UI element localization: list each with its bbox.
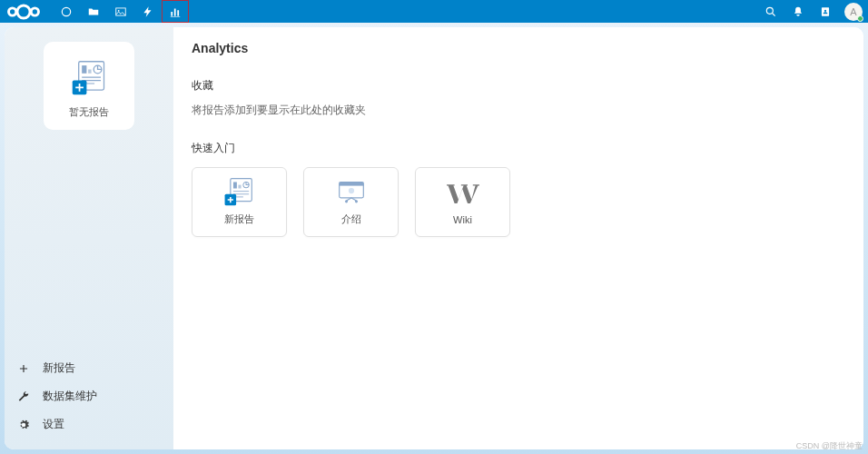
- content-wrapper: 暂无报告 新报告 数据集维护 设置 Analytics 收: [5, 27, 863, 449]
- card-new-report[interactable]: 新报告: [192, 167, 287, 237]
- sidebar-item-label: 新报告: [43, 360, 75, 376]
- sidebar-item-label: 数据集维护: [43, 389, 97, 404]
- report-icon: [71, 60, 107, 98]
- svg-rect-15: [88, 69, 91, 73]
- quickstart-cards: 新报告 介绍: [192, 167, 845, 237]
- gear-icon: [17, 419, 30, 431]
- main-container: 暂无报告 新报告 数据集维护 设置 Analytics 收: [0, 23, 868, 454]
- svg-point-0: [17, 5, 30, 17]
- svg-point-10: [766, 7, 773, 14]
- analytics-icon[interactable]: [162, 0, 189, 23]
- search-icon[interactable]: [759, 0, 783, 23]
- sidebar-top: 暂无报告: [8, 31, 170, 350]
- status-online-icon: [857, 15, 863, 22]
- svg-point-21: [22, 423, 25, 427]
- sidebar-bottom: 新报告 数据集维护 设置: [8, 350, 170, 446]
- sidebar-item-settings[interactable]: 设置: [8, 410, 170, 439]
- photos-icon[interactable]: [107, 0, 134, 23]
- contacts-icon[interactable]: [814, 0, 837, 23]
- no-report-card[interactable]: 暂无报告: [44, 42, 134, 130]
- svg-rect-24: [238, 184, 241, 188]
- svg-rect-31: [339, 183, 363, 186]
- header-left: [5, 0, 189, 23]
- card-label: 新报告: [224, 212, 254, 226]
- sidebar-item-new-report[interactable]: 新报告: [8, 354, 170, 382]
- svg-rect-14: [82, 65, 86, 74]
- nextcloud-logo[interactable]: [5, 3, 42, 21]
- sidebar: 暂无报告 新报告 数据集维护 设置: [5, 27, 173, 449]
- svg-point-32: [348, 188, 353, 193]
- svg-rect-8: [177, 10, 179, 15]
- files-icon[interactable]: [80, 0, 107, 23]
- user-avatar[interactable]: A: [844, 3, 863, 21]
- svg-rect-9: [171, 16, 181, 17]
- dashboard-icon[interactable]: [53, 0, 80, 23]
- card-intro[interactable]: 介绍: [303, 167, 399, 237]
- activity-icon[interactable]: [134, 0, 162, 23]
- svg-point-3: [62, 7, 70, 15]
- report-icon: [223, 178, 256, 207]
- svg-point-34: [354, 201, 357, 203]
- card-label: Wiki: [453, 214, 472, 225]
- presentation-icon: [335, 178, 368, 207]
- svg-point-1: [9, 7, 16, 15]
- card-label: 介绍: [341, 212, 361, 226]
- wiki-icon: [447, 180, 479, 209]
- card-wiki[interactable]: Wiki: [415, 167, 510, 237]
- no-report-label: 暂无报告: [69, 105, 109, 119]
- svg-rect-7: [174, 8, 176, 15]
- wrench-icon: [17, 390, 30, 403]
- svg-point-12: [824, 9, 826, 11]
- svg-rect-23: [232, 182, 236, 188]
- page-title: Analytics: [192, 41, 845, 55]
- svg-point-2: [31, 7, 38, 15]
- app-header: A: [0, 0, 868, 23]
- notifications-icon[interactable]: [786, 0, 810, 23]
- favorites-desc: 将报告添加到要显示在此处的收藏夹: [192, 103, 845, 118]
- watermark: CSDN @降世神童: [796, 440, 863, 452]
- quickstart-title: 快速入门: [192, 141, 845, 156]
- sidebar-item-label: 设置: [43, 417, 64, 432]
- sidebar-item-dataset[interactable]: 数据集维护: [8, 382, 170, 410]
- main-content: Analytics 收藏 将报告添加到要显示在此处的收藏夹 快速入门: [173, 27, 863, 449]
- avatar-initial: A: [850, 6, 856, 17]
- svg-point-33: [344, 201, 347, 203]
- plus-icon: [17, 362, 30, 375]
- favorites-title: 收藏: [192, 78, 845, 94]
- svg-rect-6: [171, 12, 173, 16]
- header-right: A: [759, 0, 863, 23]
